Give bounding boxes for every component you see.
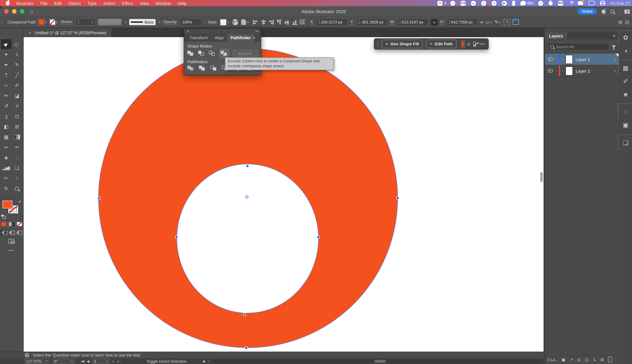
question-mark-icon[interactable]: ?: [25, 353, 29, 358]
fruit-app-icon[interactable]: [548, 1, 554, 5]
expand-layer-icon[interactable]: ›: [562, 69, 563, 72]
layer-name[interactable]: Layer 2: [576, 68, 614, 73]
stroke-weight-label[interactable]: Stroke:: [61, 19, 73, 25]
paintbrush-tool[interactable]: ✐: [12, 80, 22, 90]
scroll-left-icon[interactable]: ‹: [208, 359, 209, 363]
x-field[interactable]: ∧∨200.3172 px: [316, 18, 348, 26]
canvas[interactable]: [24, 37, 544, 352]
compound-path-inner-circle[interactable]: [177, 164, 319, 313]
anchor-point[interactable]: [98, 197, 100, 199]
direct-selection-tool[interactable]: ▷: [12, 39, 22, 49]
w-field[interactable]: ∧∨615.5187 px: [397, 18, 428, 26]
wifi-icon[interactable]: [568, 1, 574, 5]
gradient-tool[interactable]: [12, 132, 22, 142]
change-screen-mode-button[interactable]: [8, 239, 15, 244]
wechat-icon[interactable]: 99+: [520, 1, 534, 6]
arrange-documents-icon[interactable]: [624, 9, 630, 14]
layer-row[interactable]: › Layer 1 ○: [545, 54, 618, 65]
artboard-tool[interactable]: ❏: [12, 163, 22, 173]
clock-app-icon[interactable]: ▴: [471, 1, 477, 6]
menu-clock[interactable]: Fri Feb 27 12:02: [610, 1, 632, 6]
target-circle-icon[interactable]: ○: [614, 57, 616, 61]
panel-menu-icon[interactable]: ≡: [253, 36, 255, 40]
display-icon[interactable]: [588, 1, 596, 6]
intersect-icon[interactable]: [209, 51, 216, 56]
no-appearance-icon[interactable]: [473, 42, 476, 46]
control-bar-grip[interactable]: [2, 18, 4, 26]
close-window-button[interactable]: [4, 9, 9, 14]
rotation-dropdown[interactable]: 0°∨: [52, 358, 75, 364]
gradient-button[interactable]: [8, 221, 15, 227]
target-circle-icon[interactable]: ○: [614, 69, 616, 73]
new-sublayer-icon[interactable]: ↳: [593, 357, 596, 362]
selection-center-point[interactable]: [245, 195, 248, 198]
scale-tool[interactable]: ⇗: [12, 101, 22, 111]
h-field[interactable]: ∧∨642.7358 px: [446, 18, 478, 26]
fill-indicator[interactable]: [2, 200, 12, 208]
opacity-field[interactable]: 100%: [180, 18, 202, 26]
task-bar-drag-handle[interactable]: [378, 41, 378, 47]
shaper-tool[interactable]: ✏: [1, 91, 12, 100]
opacity-chevron[interactable]: ›: [204, 20, 205, 24]
minimize-window-button[interactable]: [12, 9, 16, 14]
menu-item[interactable]: File: [40, 1, 48, 6]
default-fill-stroke-icon[interactable]: [1, 214, 6, 218]
menu-item[interactable]: Illustrator: [16, 1, 34, 6]
shape-properties-button[interactable]: ▱∨: [486, 19, 492, 25]
trim-icon[interactable]: [199, 66, 206, 71]
unite-icon[interactable]: [187, 51, 194, 56]
anchor-point[interactable]: [244, 313, 246, 315]
rotate-tool[interactable]: ↺: [1, 101, 12, 111]
zoom-level-dropdown[interactable]: 127.07%∨: [24, 358, 50, 364]
jianpin-icon[interactable]: 简拼: [558, 1, 564, 6]
delete-layer-icon[interactable]: [608, 358, 612, 362]
y-field[interactable]: ∧∨-301.2828 px: [356, 18, 388, 26]
constrain-proportions-link-icon[interactable]: ∞: [431, 19, 438, 26]
panel-tab[interactable]: Align: [212, 34, 227, 42]
color-guide-icon[interactable]: ◑: [619, 44, 632, 57]
artboard-number-dropdown[interactable]: 3∨: [92, 358, 110, 364]
horizontal-scrollbar[interactable]: [213, 359, 542, 363]
transform-icon[interactable]: +: [480, 19, 483, 25]
task-bar-stroke-icon[interactable]: ≡: [468, 42, 470, 46]
home-icon[interactable]: ⌂: [30, 8, 33, 14]
symbol-sprayer-tool[interactable]: ∴: [12, 153, 22, 162]
document-tab[interactable]: × Untitled-1* @ 127.07 % (RGB/Preview): [24, 28, 112, 37]
appearance-icon[interactable]: ▣: [619, 118, 632, 132]
gen-shape-fill-button[interactable]: ✦Gen Shape Fill: [382, 40, 423, 48]
selection-tool[interactable]: ▶: [1, 39, 12, 49]
player-app-icon[interactable]: ▶: [502, 1, 508, 6]
magic-wand-tool[interactable]: ✦: [1, 50, 12, 60]
style-dropdown[interactable]: ∨: [220, 19, 229, 26]
checkmark-app-icon[interactable]: ✓: [450, 1, 456, 6]
perspective-grid-tool[interactable]: ⊞: [12, 122, 22, 132]
layers-panel-tab[interactable]: Layers: [545, 32, 567, 39]
visibility-eye-icon[interactable]: [548, 69, 553, 72]
hand-tool[interactable]: ☝: [12, 173, 22, 183]
vertical-scrollbar-thumb[interactable]: [540, 172, 543, 182]
menu-item[interactable]: View: [140, 1, 149, 6]
zoom-tool[interactable]: [12, 184, 22, 194]
draw-behind-button[interactable]: [8, 230, 15, 235]
puppet-warp-tool[interactable]: ʒ: [1, 112, 12, 121]
align-middle-icon[interactable]: [284, 20, 290, 24]
brushes-icon[interactable]: ✐: [619, 75, 632, 88]
mesh-tool[interactable]: ▦: [1, 132, 12, 142]
last-artboard-button[interactable]: ▶|: [118, 359, 121, 363]
task-bar-more-button[interactable]: •••: [480, 42, 485, 46]
blend-tool[interactable]: ◈: [1, 153, 12, 162]
column-graph-tool[interactable]: ▂▅▇: [1, 163, 12, 173]
swirl-app-icon[interactable]: ◎: [492, 1, 498, 6]
pen-tool[interactable]: ✒: [1, 60, 12, 70]
align-center-icon[interactable]: [261, 20, 266, 24]
release-export-icon[interactable]: ↗: [570, 357, 573, 362]
edit-path-options-button[interactable]: ✎∨: [494, 19, 501, 25]
color-wheel-icon[interactable]: [232, 18, 239, 26]
shape-builder-tool[interactable]: ◧: [1, 122, 12, 132]
layer-thumbnail[interactable]: [565, 55, 573, 64]
notifications-bell-icon[interactable]: [602, 10, 606, 13]
line-segment-tool[interactable]: ╱: [12, 70, 22, 80]
merge-icon[interactable]: [210, 66, 217, 71]
menu-item[interactable]: Object: [68, 1, 81, 6]
slice-tool[interactable]: ✄: [1, 173, 12, 183]
